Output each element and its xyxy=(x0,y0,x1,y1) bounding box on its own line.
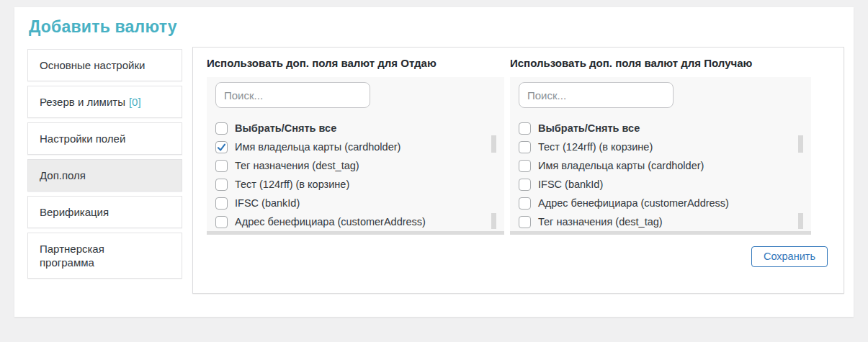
vertical-scrollbar-thumb[interactable] xyxy=(491,135,496,153)
field-checkbox-row[interactable]: Тест (124rff) (в корзине) xyxy=(510,138,811,156)
field-checkbox-row[interactable]: Тег назначения (dest_tag) xyxy=(207,156,504,175)
check-icon xyxy=(217,143,226,152)
field-label: Имя владельца карты (cardholder) xyxy=(235,138,401,156)
give-column-header: Использовать доп. поля валют для Отдаю xyxy=(207,56,504,71)
field-checkbox-row[interactable]: Имя владельца карты (cardholder) xyxy=(510,156,811,175)
sidebar-tab-label: Резерв и лимиты xyxy=(40,95,125,109)
sidebar-tab-label: Основные настройки xyxy=(40,58,145,72)
extra-fields-panel: Использовать доп. поля валют для Отдаю В… xyxy=(192,47,844,294)
field-checkbox-row[interactable]: Имя владельца карты (cardholder) xyxy=(207,138,504,156)
field-checkbox[interactable] xyxy=(519,197,531,210)
give-fields-listbox: Выбрать/Снять все Имя владельца карты (c… xyxy=(207,77,504,235)
field-checkbox[interactable] xyxy=(519,160,531,172)
field-checkbox-row[interactable]: Выбрать/Снять все xyxy=(510,119,811,138)
sidebar-tab[interactable]: Основные настройки xyxy=(27,49,182,81)
sidebar-tab-label: Доп.поля xyxy=(40,168,86,182)
field-label: Выбрать/Снять все xyxy=(538,119,640,138)
sidebar-tab[interactable]: Резерв и лимиты [0] xyxy=(27,86,182,118)
field-label: Имя владельца карты (cardholder) xyxy=(538,156,704,175)
give-fields-column: Использовать доп. поля валют для Отдаю В… xyxy=(207,56,504,235)
sidebar-tab[interactable]: Доп.поля xyxy=(27,159,182,192)
vertical-scrollbar-thumb[interactable] xyxy=(798,213,803,229)
field-checkbox[interactable] xyxy=(519,122,531,135)
vertical-scrollbar-thumb[interactable] xyxy=(491,213,496,229)
horizontal-scrollbar[interactable] xyxy=(207,231,504,235)
field-label: Тест (124rff) (в корзине) xyxy=(538,138,653,156)
field-label: IFSC (bankId) xyxy=(235,194,300,212)
receive-fields-list: Выбрать/Снять все Тест (124rff) (в корзи… xyxy=(510,119,811,231)
sidebar-tab[interactable]: Настройки полей xyxy=(27,122,182,155)
receive-column-header: Использовать доп. поля валют для Получаю xyxy=(510,56,811,71)
field-checkbox[interactable] xyxy=(215,160,228,172)
field-checkbox[interactable] xyxy=(215,179,228,191)
field-label: Тест (124rff) (в корзине) xyxy=(235,175,349,194)
field-label: Тег назначения (dest_tag) xyxy=(235,156,359,175)
field-checkbox-row[interactable]: Тег назначения (dest_tag) xyxy=(510,212,811,231)
field-label: Адрес бенефициара (customerAddress) xyxy=(235,212,426,231)
field-checkbox-row[interactable]: Выбрать/Снять все xyxy=(207,119,504,138)
field-label: Адрес бенефициара (customerAddress) xyxy=(538,194,729,212)
sidebar-tab-label: Партнерская программа xyxy=(40,242,120,269)
field-checkbox-row[interactable]: Адрес бенефициара (customerAddress) xyxy=(510,194,811,212)
sidebar-tab-badge: [0] xyxy=(129,95,141,109)
save-button[interactable]: Сохранить xyxy=(751,246,828,267)
add-currency-card: Добавить валюту Основные настройки Резер… xyxy=(14,7,854,317)
sidebar-tab[interactable]: Партнерская программа xyxy=(27,233,182,279)
give-search-input[interactable] xyxy=(215,82,370,108)
receive-fields-listbox: Выбрать/Снять все Тест (124rff) (в корзи… xyxy=(510,77,811,235)
sidebar-tab[interactable]: Верификация xyxy=(27,196,182,228)
field-checkbox[interactable] xyxy=(215,141,228,153)
receive-search-input[interactable] xyxy=(519,82,674,108)
give-fields-list: Выбрать/Снять все Имя владельца карты (c… xyxy=(207,119,504,231)
page-title: Добавить валюту xyxy=(29,17,177,37)
field-checkbox[interactable] xyxy=(215,197,228,210)
vertical-scrollbar-thumb[interactable] xyxy=(798,135,803,153)
field-checkbox-row[interactable]: Тест (124rff) (в корзине) xyxy=(207,175,504,194)
field-checkbox-row[interactable]: IFSC (bankId) xyxy=(207,194,504,212)
field-checkbox[interactable] xyxy=(519,216,531,228)
field-checkbox[interactable] xyxy=(519,179,531,191)
sidebar-tab-label: Настройки полей xyxy=(40,132,125,145)
field-checkbox[interactable] xyxy=(215,122,228,135)
field-checkbox-row[interactable]: IFSC (bankId) xyxy=(510,175,811,194)
field-checkbox-row[interactable]: Адрес бенефициара (customerAddress) xyxy=(207,212,504,231)
field-label: Тег назначения (dest_tag) xyxy=(538,212,663,231)
horizontal-scrollbar[interactable] xyxy=(510,231,811,235)
receive-fields-column: Использовать доп. поля валют для Получаю… xyxy=(510,56,811,235)
sidebar-tab-label: Верификация xyxy=(40,205,109,219)
field-label: Выбрать/Снять все xyxy=(235,119,336,138)
field-checkbox[interactable] xyxy=(215,216,228,228)
field-checkbox[interactable] xyxy=(519,141,531,153)
field-label: IFSC (bankId) xyxy=(538,175,603,194)
settings-tabs-sidebar: Основные настройки Резерв и лимиты [0] Н… xyxy=(27,49,182,283)
